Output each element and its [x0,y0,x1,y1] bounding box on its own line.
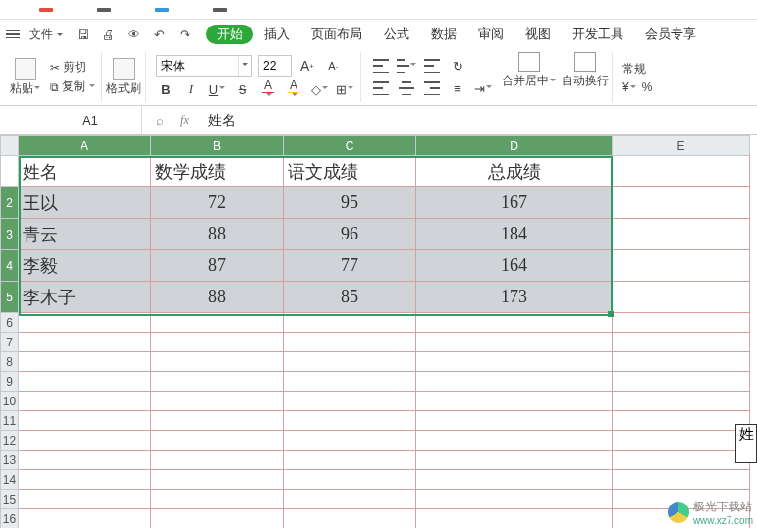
cell[interactable] [416,431,613,451]
cell[interactable] [284,470,416,490]
format-painter-button[interactable]: 格式刷 [102,52,145,102]
cell[interactable] [19,470,151,490]
cell[interactable] [613,431,750,451]
orientation-button[interactable]: ↻ [448,56,467,76]
cell[interactable]: 88 [151,219,284,250]
cell[interactable] [416,333,613,352]
cell[interactable]: 173 [416,282,613,313]
cell[interactable] [151,411,284,431]
cell[interactable] [151,431,284,451]
align-left-button[interactable] [371,79,391,98]
cell[interactable] [19,431,151,451]
row-header[interactable]: 14 [1,470,19,490]
cell[interactable] [19,313,151,333]
spreadsheet[interactable]: A B C D E 1 姓名 数学成绩 语文成绩 总成绩 2 王以 72 95 … [0,135,757,528]
paste-button[interactable]: 粘贴 [6,52,44,102]
save-icon[interactable]: 🖫 [73,25,92,44]
border-button[interactable]: ⊞ [335,80,354,99]
cell[interactable] [613,372,750,392]
cell[interactable] [416,470,613,490]
cell[interactable] [613,333,750,352]
doc-tab[interactable] [39,8,53,12]
col-header-E[interactable]: E [613,136,750,156]
cell[interactable] [284,313,416,333]
cell[interactable]: 85 [284,282,416,313]
fill-color-button[interactable]: ◇ [309,80,329,99]
row-header[interactable]: 15 [1,490,19,509]
cell[interactable] [613,470,750,490]
hamburger-icon[interactable] [6,30,20,39]
col-header-D[interactable]: D [416,136,613,156]
name-box[interactable]: A1 [0,106,142,134]
cell[interactable] [284,372,416,392]
row-header[interactable]: 12 [1,431,19,451]
currency-button[interactable]: ¥ [622,80,636,94]
cell[interactable] [416,372,613,392]
cell[interactable] [613,219,750,250]
fx-icon[interactable]: fx [180,113,189,128]
doc-tab[interactable] [155,8,169,12]
cell[interactable] [613,352,750,372]
strike-button[interactable]: S [233,80,252,99]
cell[interactable] [151,333,284,352]
auto-wrap-button[interactable]: 自动换行 [559,52,612,102]
row-header[interactable]: 1 [1,156,19,187]
cell[interactable] [151,470,284,490]
cell[interactable] [613,392,750,411]
cell[interactable] [613,451,750,470]
cell[interactable] [19,372,151,392]
cell[interactable]: 李毅 [19,250,151,282]
col-header-B[interactable]: B [151,136,284,156]
tab-review[interactable]: 审阅 [467,20,514,49]
align-right-button[interactable] [422,79,442,98]
cell[interactable] [416,352,613,372]
cell[interactable] [613,411,750,431]
row-header[interactable]: 8 [1,352,19,372]
print-icon[interactable]: 🖨 [98,25,118,44]
font-name-select[interactable] [156,55,252,77]
cell[interactable]: 姓名 [19,156,151,187]
row-header[interactable]: 16 [1,509,19,529]
cell[interactable] [284,392,416,411]
cell[interactable] [416,451,613,470]
cut-button[interactable]: ✂ 剪切 [50,59,95,76]
cell[interactable] [416,509,613,529]
bold-button[interactable]: B [156,80,176,99]
cell[interactable] [613,187,750,219]
cell[interactable] [19,352,151,372]
file-menu[interactable]: 文件 [24,25,69,45]
cell[interactable] [416,490,613,509]
tab-data[interactable]: 数据 [420,20,467,49]
tab-formulas[interactable]: 公式 [373,20,420,49]
cell[interactable] [284,490,416,509]
row-header[interactable]: 7 [1,333,19,352]
doc-tab[interactable] [97,8,111,12]
cell[interactable] [151,451,284,470]
copy-button[interactable]: ⧉ 复制 [50,79,95,95]
cell[interactable] [613,156,750,187]
align-middle-button[interactable] [397,56,416,76]
tab-start[interactable]: 开始 [206,25,253,44]
cell[interactable]: 72 [151,187,284,219]
cell[interactable] [19,451,151,470]
cell[interactable] [19,411,151,431]
cell[interactable] [284,451,416,470]
cell[interactable]: 数学成绩 [151,156,284,187]
redo-icon[interactable]: ↷ [175,25,194,44]
row-header[interactable]: 10 [1,392,19,411]
cell[interactable]: 王以 [19,187,151,219]
merge-center-button[interactable]: 合并居中 [499,52,559,102]
doc-tab[interactable] [213,8,227,12]
cell[interactable] [151,352,284,372]
font-size-select[interactable] [258,55,292,77]
cell[interactable]: 77 [284,250,416,282]
cell[interactable]: 88 [151,282,284,313]
tab-page-layout[interactable]: 页面布局 [300,20,373,49]
cell[interactable] [284,333,416,352]
font-name-input[interactable] [157,56,238,76]
cell[interactable]: 总成绩 [416,156,613,187]
cell[interactable] [19,333,151,352]
align-center-button[interactable] [397,79,416,98]
cell[interactable] [416,392,613,411]
tab-dev-tools[interactable]: 开发工具 [562,20,634,49]
